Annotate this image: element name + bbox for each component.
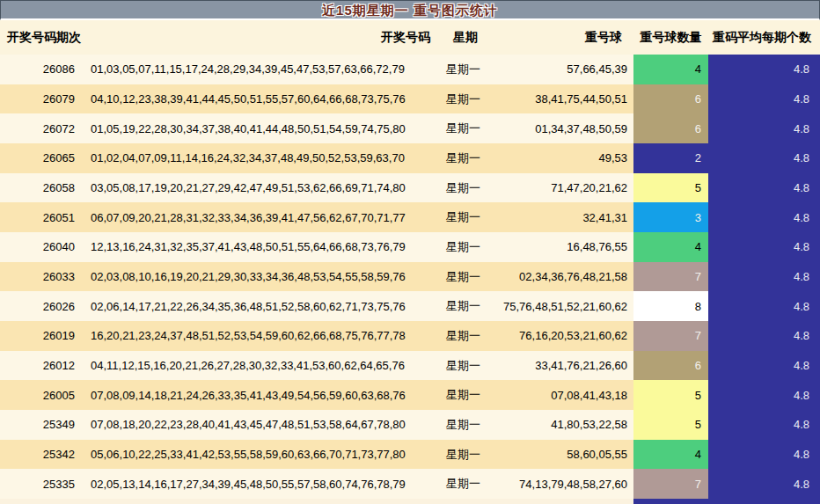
period-cell: 26040 [0,232,84,262]
table-body: 26086 01,03,05,07,11,15,17,24,28,29,34,3… [0,55,820,504]
numbers-cell: 04,11,12,15,16,20,21,26,27,28,30,32,33,4… [84,351,437,381]
repeat-count-cell: 6 [633,84,708,114]
period-cell: 26033 [0,262,84,292]
period-cell: 26072 [0,113,84,143]
table-row: 26033 02,03,08,10,16,19,20,21,29,30,33,3… [0,262,820,292]
table-row: 26072 01,05,19,22,28,30,34,37,38,40,41,4… [0,113,820,143]
repeat-count-cell: 7 [633,469,708,499]
repeat-balls-cell: 74,13,79,48,58,27,60 [490,469,633,499]
repeat-balls-cell: 71,47,20,21,62 [490,173,633,203]
week-cell: 星期一 [437,113,490,143]
table-row: 26019 16,20,21,23,24,37,48,51,52,53,54,5… [0,321,820,351]
repeat-count-cell: 6 [633,113,708,143]
repeat-count-cell: 4 [633,440,708,470]
column-header-period: 开奖号码期次 [0,30,84,46]
period-cell: 26079 [0,84,84,114]
repeat-balls-cell: 49,53 [490,143,633,173]
avg-count-cell: 4.8 [708,232,820,262]
table-row: 26026 02,06,14,17,21,22,26,34,35,36,48,5… [0,291,820,321]
repeat-count-cell: 7 [633,321,708,351]
repeat-count-cell: 5 [633,380,708,410]
column-header-week: 星期 [437,30,490,46]
week-cell: 星期一 [437,232,490,262]
repeat-count-cell: 6 [633,351,708,381]
repeat-balls-cell: 76,16,20,53,21,60,62 [490,321,633,351]
avg-count-cell: 4.8 [708,55,820,84]
avg-count-cell: 4.8 [708,113,820,143]
period-cell: 26005 [0,380,84,410]
repeat-count-cell: 5 [633,410,708,440]
week-cell: 星期一 [437,143,490,173]
week-cell: 星期一 [437,173,490,203]
table-row: 26005 07,08,09,14,18,21,24,26,33,35,41,4… [0,380,820,410]
avg-count-cell: 4.8 [708,410,820,440]
numbers-cell: 12,13,16,24,31,32,35,37,41,43,48,50,51,5… [84,232,437,262]
numbers-cell: 07,08,18,20,22,23,28,40,41,43,45,47,48,5… [84,410,437,440]
numbers-cell: 07,08,09,14,18,21,24,26,33,35,41,43,49,5… [84,380,437,410]
week-cell: 星期一 [437,351,490,381]
repeat-count-cell: 8 [633,291,708,321]
title-bar: 近15期星期一 重号图示统计 [0,0,820,20]
page-title: 近15期星期一 重号图示统计 [322,4,498,17]
table-row: 26079 04,10,12,23,38,39,41,44,45,50,51,5… [0,84,820,114]
repeat-balls-cell: 38,41,75,44,50,51 [490,84,633,114]
repeat-balls-cell: 58,60,05,55 [490,440,633,470]
table-row: 26040 12,13,16,24,31,32,35,37,41,43,48,5… [0,232,820,262]
repeat-count-cell: 4 [633,55,708,84]
period-cell [0,499,84,504]
avg-count-cell: 4.8 [708,262,820,292]
week-cell: 星期一 [437,440,490,470]
week-cell [437,499,490,504]
repeat-balls-cell: 01,34,37,48,50,59 [490,113,633,143]
numbers-cell [84,499,437,504]
avg-count-cell: 4.8 [708,351,820,381]
avg-count-cell: 4.8 [708,380,820,410]
repeat-balls-cell [490,499,633,504]
table-row: 26012 04,11,12,15,16,20,21,26,27,28,30,3… [0,351,820,381]
week-cell: 星期一 [437,291,490,321]
table-row: 25342 05,06,10,22,25,33,41,42,53,55,58,5… [0,440,820,470]
week-cell: 星期一 [437,321,490,351]
repeat-count-cell: 7 [633,262,708,292]
avg-count-cell: 4.8 [708,202,820,232]
repeat-count-cell: 5 [633,173,708,203]
numbers-cell: 03,05,08,17,19,20,21,27,29,42,47,49,51,5… [84,173,437,203]
avg-count-cell: 4.8 [708,321,820,351]
column-header-numbers: 开奖号码 [84,30,437,46]
period-cell: 26058 [0,173,84,203]
numbers-cell: 01,05,19,22,28,30,34,37,38,40,41,44,48,5… [84,113,437,143]
avg-count-cell: 4.8 [708,291,820,321]
repeat-balls-cell: 16,48,76,55 [490,232,633,262]
repeat-count-cell [633,499,708,504]
avg-count-cell [708,499,820,504]
repeat-count-cell: 3 [633,202,708,232]
week-cell: 星期一 [437,84,490,114]
repeat-balls-cell: 02,34,36,76,48,21,58 [490,262,633,292]
table-row: 25335 02,05,13,14,16,17,27,34,39,45,48,5… [0,469,820,499]
numbers-cell: 04,10,12,23,38,39,41,44,45,50,51,55,57,6… [84,84,437,114]
numbers-cell: 01,02,04,07,09,11,14,16,24,32,34,37,48,4… [84,143,437,173]
table-header-row: 开奖号码期次 开奖号码 星期 重号球 重号球数量 重码平均每期个数 [0,20,820,55]
numbers-cell: 02,05,13,14,16,17,27,34,39,45,48,50,55,5… [84,469,437,499]
table-row: 26065 01,02,04,07,09,11,14,16,24,32,34,3… [0,143,820,173]
week-cell: 星期一 [437,202,490,232]
column-header-repeat-count: 重号球数量 [633,30,708,46]
avg-count-cell: 4.8 [708,173,820,203]
period-cell: 26019 [0,321,84,351]
period-cell: 25335 [0,469,84,499]
repeat-balls-cell: 75,76,48,51,52,21,60,62 [490,291,633,321]
numbers-cell: 02,06,14,17,21,22,26,34,35,36,48,51,52,5… [84,291,437,321]
repeat-balls-cell: 57,66,45,39 [490,55,633,84]
repeat-count-cell: 4 [633,232,708,262]
table-row: 26086 01,03,05,07,11,15,17,24,28,29,34,3… [0,55,820,84]
avg-count-cell: 4.8 [708,84,820,114]
repeat-number-stats-table: 近15期星期一 重号图示统计 开奖号码期次 开奖号码 星期 重号球 重号球数量 … [0,0,820,504]
repeat-balls-cell: 33,41,76,21,26,60 [490,351,633,381]
avg-count-cell: 4.8 [708,143,820,173]
repeat-balls-cell: 07,08,41,43,18 [490,380,633,410]
avg-count-cell: 4.8 [708,469,820,499]
week-cell: 星期一 [437,380,490,410]
week-cell: 星期一 [437,262,490,292]
period-cell: 26026 [0,291,84,321]
numbers-cell: 06,07,09,20,21,28,31,32,33,34,36,39,41,4… [84,202,437,232]
